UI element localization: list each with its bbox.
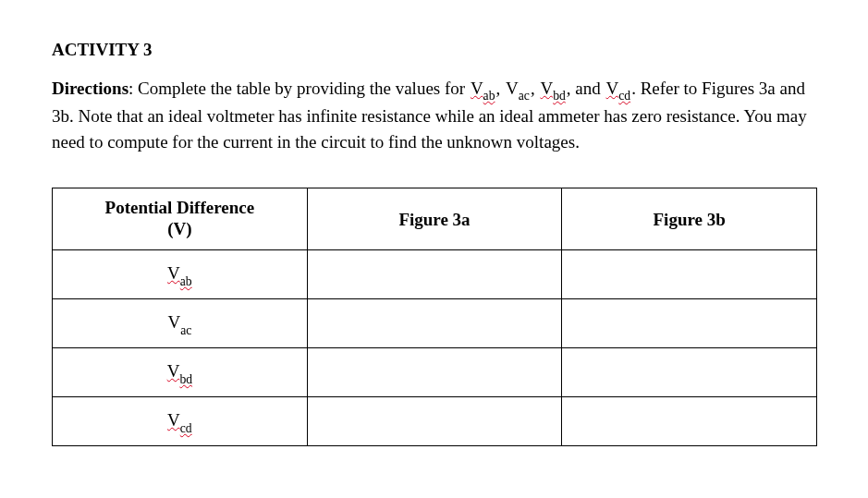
- comma-3: , and: [567, 79, 605, 98]
- cell-vcd-fig3b[interactable]: [562, 397, 817, 446]
- directions-label: Directions: [52, 79, 128, 98]
- period-1: .: [631, 79, 641, 98]
- voltage-table: Potential Difference (V) Figure 3a Figur…: [52, 188, 817, 446]
- var-vbd-sub: bd: [553, 89, 566, 103]
- cell-vab-fig3b[interactable]: [562, 250, 817, 299]
- row-vab-sub: ab: [180, 274, 192, 288]
- var-vab-main: V: [471, 79, 483, 98]
- cell-vac-fig3a[interactable]: [307, 299, 562, 348]
- cell-vab-fig3a[interactable]: [307, 250, 562, 299]
- cell-vcd-fig3a[interactable]: [307, 397, 562, 446]
- var-vac: Vac: [506, 76, 530, 104]
- activity-title: ACTIVITY 3: [52, 37, 816, 63]
- var-vac-sub: ac: [519, 89, 530, 103]
- table-header-row: Potential Difference (V) Figure 3a Figur…: [53, 188, 817, 250]
- row-vcd-sub: cd: [180, 421, 192, 435]
- header-figure-3a: Figure 3a: [307, 188, 562, 250]
- row-label-vcd: Vcd: [53, 397, 308, 446]
- var-vcd: Vcd: [605, 76, 630, 104]
- row-vcd-main: V: [167, 410, 180, 430]
- directions-text-a: Complete the table by providing the valu…: [138, 79, 470, 98]
- var-vbd: Vbd: [540, 76, 565, 104]
- row-vac-main: V: [167, 312, 180, 332]
- cell-vbd-fig3b[interactable]: [562, 348, 817, 397]
- table-row: Vbd: [53, 348, 817, 397]
- var-vbd-main: V: [540, 79, 553, 98]
- cell-vac-fig3b[interactable]: [562, 299, 817, 348]
- directions-paragraph: Directions: Complete the table by provid…: [52, 76, 816, 155]
- row-vac-sub: ac: [180, 323, 191, 337]
- row-label-vab: Vab: [53, 250, 308, 299]
- comma-1: ,: [496, 79, 506, 98]
- header-pd-line2: (V): [60, 219, 300, 240]
- row-vbd-sub: bd: [179, 372, 192, 386]
- header-figure-3b: Figure 3b: [562, 188, 817, 250]
- row-vab-main: V: [167, 263, 180, 283]
- var-vab-sub: ab: [483, 89, 495, 103]
- var-vcd-main: V: [605, 79, 618, 98]
- header-potential-difference: Potential Difference (V): [53, 188, 308, 250]
- table-row: Vcd: [53, 397, 817, 446]
- row-label-vac: Vac: [53, 299, 308, 348]
- var-vcd-sub: cd: [618, 89, 630, 103]
- row-label-vbd: Vbd: [53, 348, 308, 397]
- table-row: Vac: [53, 299, 817, 348]
- directions-sep: :: [128, 79, 138, 98]
- cell-vbd-fig3a[interactable]: [307, 348, 562, 397]
- header-pd-line1: Potential Difference: [60, 198, 300, 219]
- comma-2: ,: [531, 79, 540, 98]
- table-row: Vab: [53, 250, 817, 299]
- row-vbd-main: V: [167, 361, 180, 381]
- var-vac-main: V: [506, 79, 519, 98]
- var-vab: Vab: [471, 76, 495, 104]
